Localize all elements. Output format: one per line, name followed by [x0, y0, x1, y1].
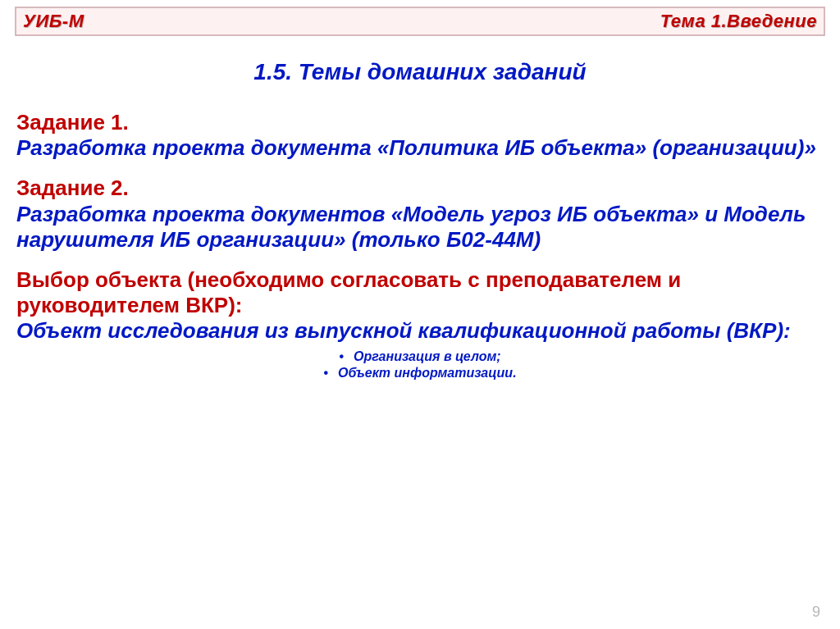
bullet-dot-icon: • [339, 349, 344, 363]
task-1-block: Задание 1. Разработка проекта документа … [16, 110, 824, 161]
bullet-item: •Объект информатизации. [16, 366, 824, 381]
choice-heading: Выбор объекта (необходимо согласовать с … [16, 267, 824, 318]
task-1-body: Разработка проекта документа «Политика И… [16, 135, 824, 161]
content-area: Задание 1. Разработка проекта документа … [15, 110, 825, 381]
task-2-heading: Задание 2. [16, 175, 824, 201]
slide: УИБ-М Тема 1.Введение 1.5. Темы домашних… [0, 7, 840, 629]
header-bar: УИБ-М Тема 1.Введение [15, 7, 825, 36]
header-right: Тема 1.Введение [660, 11, 817, 32]
task-2-body: Разработка проекта документов «Модель уг… [16, 202, 824, 253]
choice-block: Выбор объекта (необходимо согласовать с … [16, 267, 824, 344]
task-2-block: Задание 2. Разработка проекта документов… [16, 175, 824, 253]
header-left: УИБ-М [23, 11, 84, 32]
bullet-dot-icon: • [323, 366, 328, 380]
bullet-item: •Организация в целом; [16, 349, 824, 364]
slide-title: 1.5. Темы домашних заданий [15, 59, 825, 85]
bullet-text: Организация в целом; [354, 349, 501, 363]
task-1-heading: Задание 1. [16, 110, 824, 135]
page-number: 9 [812, 604, 820, 621]
choice-body: Объект исследования из выпускной квалифи… [16, 318, 824, 344]
bullet-text: Объект информатизации. [338, 366, 517, 380]
bullet-list: •Организация в целом; •Объект информатиз… [16, 349, 824, 381]
